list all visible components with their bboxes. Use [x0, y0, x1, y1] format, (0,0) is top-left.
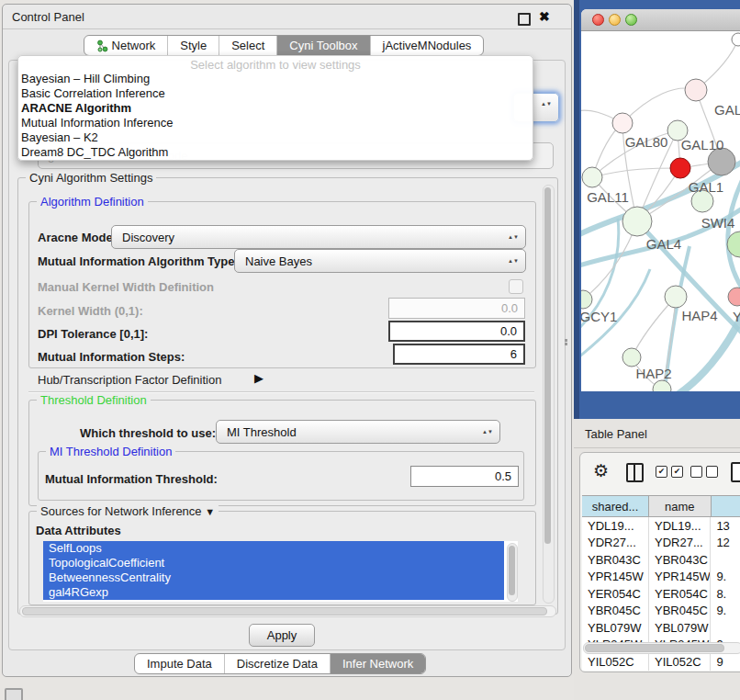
mi-threshold-field[interactable]: 0.5 [410, 466, 519, 487]
tab-network[interactable]: Network [84, 36, 167, 55]
algorithm-option[interactable]: ARACNE Algorithm [18, 101, 533, 116]
attribute-list-item[interactable]: SelfLoops [43, 541, 504, 556]
panel-title: Control Panel [12, 10, 84, 24]
network-window: GALGAL80GAL10GAL1GAL11SWI4GAL4GCY1HAP4YH… [581, 9, 740, 391]
splitter-handle[interactable] [563, 338, 569, 346]
network-node-gal1[interactable] [670, 158, 690, 178]
algorithm-option[interactable]: Bayesian – Hill Climbing [18, 72, 533, 86]
kernel-width-field[interactable]: 0.0 [388, 298, 525, 319]
network-node[interactable] [732, 33, 740, 46]
algorithm-option[interactable]: Bayesian – K2 [18, 130, 533, 145]
column-header-name[interactable]: name [649, 496, 711, 516]
network-node-gal11[interactable] [582, 167, 602, 187]
table-cell: YER054C [582, 585, 649, 603]
column-header-shared[interactable]: shared... [582, 496, 649, 516]
unchecked-pair-icon[interactable] [690, 466, 718, 478]
table-cell: YBR043C [582, 551, 649, 569]
apply-button[interactable]: Apply [249, 624, 315, 647]
network-node-gal80[interactable] [612, 113, 633, 133]
table-cell: YBL079W [582, 619, 649, 637]
algorithm-definition-title: Algorithm Definition [37, 195, 148, 209]
combo-arrows-icon: ▲▼ [508, 234, 519, 240]
manual-kernel-checkbox[interactable] [509, 279, 523, 294]
tab-style[interactable]: Style [167, 36, 219, 55]
table-row[interactable]: YDL19...YDL19...13 [582, 517, 740, 535]
dpi-tolerance-field[interactable]: 0.0 [388, 321, 525, 342]
checked-pair-icon[interactable]: ✔✔ [656, 466, 683, 478]
table-horizontal-scrollbar[interactable] [583, 642, 740, 654]
mi-type-value: Naive Bayes [245, 254, 312, 268]
settings-horizontal-scrollbar[interactable] [19, 605, 556, 617]
network-node-label: HAP2 [635, 366, 671, 381]
hub-definition-label[interactable]: Hub/Transcription Factor Definition [38, 373, 221, 387]
tab-jactivemnodules[interactable]: jActiveMNodules [370, 36, 484, 55]
network-node-y[interactable] [728, 288, 740, 306]
mi-type-combo[interactable]: Naive Bayes ▲▼ [234, 249, 526, 273]
network-node-label: Y [733, 309, 740, 324]
network-node-label: GAL [714, 102, 740, 118]
table-header-row: shared...name [582, 495, 740, 517]
table-row[interactable]: YIL052CYIL052C9 [582, 653, 740, 671]
manual-kernel-label: Manual Kernel Width Definition [38, 280, 214, 294]
gear-icon[interactable]: ⚙ [593, 460, 609, 481]
algorithm-option[interactable]: Basic Correlation Inference [18, 86, 533, 101]
table-row[interactable]: YDR27...YDR27...12 [582, 535, 740, 552]
table-row[interactable]: YBR043CYBR043C [582, 551, 740, 569]
table-row[interactable]: YBL079WYBL079W [582, 619, 740, 637]
table-row[interactable]: YBR045CYBR045C9. [582, 603, 740, 620]
data-attributes-list[interactable]: SelfLoopsTopologicalCoefficientBetweenne… [43, 541, 518, 602]
which-threshold-label: Which threshold to use: [80, 426, 216, 440]
control-panel-window: Control Panel ✖ NetworkStyleSelectCyni T… [2, 4, 572, 677]
divider [574, 447, 740, 448]
which-threshold-combo[interactable]: MI Threshold ▲▼ [216, 420, 500, 444]
minimize-traffic-light-icon[interactable] [609, 14, 621, 26]
table-cell: YBL079W [649, 619, 711, 637]
algorithm-option[interactable]: Mutual Information Inference [18, 116, 533, 130]
zoom-traffic-light-icon[interactable] [625, 14, 637, 26]
minimized-panel-icon[interactable] [5, 688, 23, 700]
column-header[interactable] [712, 496, 740, 516]
attribute-list-item[interactable]: TopologicalCoefficient [43, 556, 504, 570]
sources-group-title: Sources for Network Inference ▼ [37, 504, 219, 518]
table-panel: Table Panel ⚙ ✔✔ shared...name YDL19...Y… [574, 419, 740, 700]
tab-infer-network[interactable]: Infer Network [330, 654, 425, 673]
tab-select[interactable]: Select [219, 36, 276, 55]
tab-cyni-toolbox[interactable]: Cyni Toolbox [276, 36, 369, 55]
separator [28, 391, 534, 392]
settings-vertical-scrollbar[interactable] [543, 185, 555, 604]
combo-arrows-icon: ▲▼ [482, 429, 493, 435]
close-traffic-light-icon[interactable] [592, 14, 604, 26]
mi-type-label: Mutual Information Algorithm Type: [38, 254, 239, 268]
attribute-list-item[interactable]: gal4RGexp [43, 585, 504, 600]
collapsed-arrow-icon[interactable]: ▶ [254, 371, 263, 385]
close-icon[interactable]: ✖ [539, 9, 550, 24]
table-cell: YER054C [649, 585, 711, 603]
tab-discretize-data[interactable]: Discretize Data [224, 654, 330, 673]
network-node-hap2[interactable] [622, 348, 641, 367]
which-threshold-value: MI Threshold [227, 425, 297, 439]
table-cell [711, 619, 740, 637]
attribute-list-item[interactable]: BetweennessCentrality [43, 570, 504, 585]
expanded-arrow-icon[interactable]: ▼ [205, 506, 215, 517]
network-node-label: GAL11 [587, 189, 629, 205]
table-cell: YBR045C [649, 603, 711, 620]
network-node[interactable] [653, 380, 671, 391]
mi-steps-field[interactable]: 6 [393, 344, 525, 365]
network-node-hap4[interactable] [665, 286, 687, 308]
network-canvas[interactable]: GALGAL80GAL10GAL1GAL11SWI4GAL4GCY1HAP4YH… [581, 30, 740, 391]
float-icon[interactable] [518, 13, 531, 26]
table-cell [711, 551, 740, 569]
table-row[interactable]: YPR145WYPR145W9. [582, 569, 740, 586]
aracne-mode-combo[interactable]: Discovery ▲▼ [111, 225, 526, 249]
columns-icon[interactable] [626, 463, 644, 482]
table-row[interactable]: YER054CYER054C8. [582, 585, 740, 603]
table-cell: YIL052C [582, 653, 649, 671]
network-node-gal[interactable] [685, 79, 707, 101]
attributes-list-scrollbar[interactable] [507, 543, 518, 602]
page-icon[interactable] [731, 462, 740, 482]
network-node-gal4[interactable] [622, 207, 652, 236]
table-panel-title: Table Panel [585, 427, 647, 441]
algorithm-option[interactable]: Dream8 DC_TDC Algorithm [18, 145, 533, 160]
threshold-definition-title: Threshold Definition [37, 393, 151, 407]
tab-impute-data[interactable]: Impute Data [135, 654, 224, 673]
